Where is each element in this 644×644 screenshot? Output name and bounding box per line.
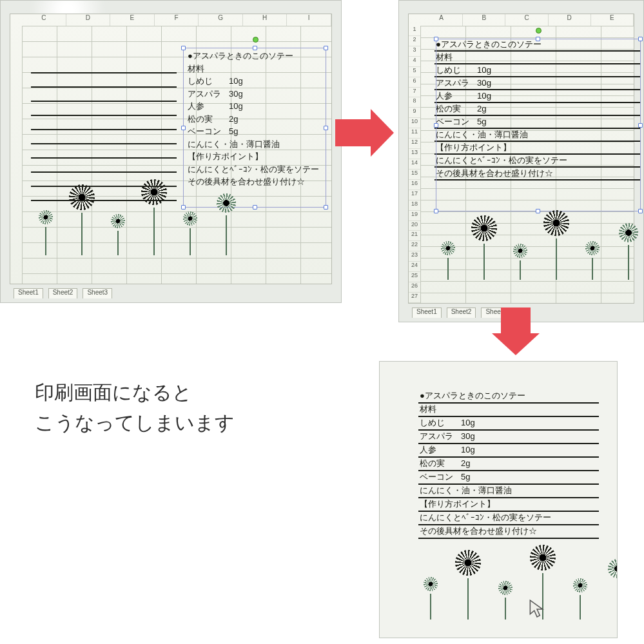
section-ingredients: 材料 [188,63,322,75]
column-headers: A B C D E [420,14,634,26]
sheet-tabs[interactable]: Sheet1 Sheet2 Sheet3 [412,307,511,318]
arrow-down-icon [501,307,531,333]
section-method: 【作り方ポイント】 [188,150,322,163]
section-ingredients: 材料 [418,404,599,417]
recipe-title: ●アスパラときのこのソテー [418,390,599,404]
recipe-textbox-selection[interactable] [436,39,641,211]
column-headers: C D E F G H I [22,14,331,26]
ingredient-row: しめじ10g [188,75,322,88]
method-step: にんにくとﾍﾞｰｺﾝ・松の実をソテー [188,163,322,176]
resize-handle[interactable] [434,123,438,128]
resize-handle[interactable] [324,46,328,50]
sheet-tab[interactable]: Sheet1 [412,307,442,318]
ingredient-row: 人参10g [418,444,599,458]
explanation-caption: 印刷画面になると こうなってしまいます [35,378,235,438]
resize-handle[interactable] [638,123,643,128]
resize-handle[interactable] [253,46,257,50]
section-method: 【作り方ポイント】 [418,498,599,512]
caption-line: こうなってしまいます [35,408,235,438]
sheet-tab[interactable]: Sheet2 [48,288,78,298]
method-step: にんにくとﾍﾞｰｺﾝ・松の実をソテー [418,512,599,525]
ingredient-row: ベーコン5g [418,471,599,485]
caption-line: 印刷画面になると [35,378,235,408]
flower-art [437,209,639,280]
sheet-tab[interactable]: Sheet3 [83,288,112,298]
ingredient-row: ベーコン5g [188,125,322,138]
screenshot-edit-after: A B C D E 123456789101112131415161718192… [398,0,644,322]
recipe-printed: ●アスパラときのこのソテー 材料 しめじ10g アスパラ30g 人参10g 松の… [418,390,599,539]
recipe-title: ●アスパラときのこのソテー [188,50,322,63]
resize-handle[interactable] [638,37,643,41]
cursor-icon [528,599,545,618]
resize-handle[interactable] [536,37,540,41]
resize-handle[interactable] [253,205,257,210]
resize-handle[interactable] [181,126,186,130]
resize-handle[interactable] [434,37,438,41]
row-headers: 1234567891011121314151617181920212223242… [409,26,420,303]
ingredient-row: 松の実2g [418,458,599,471]
resize-handle[interactable] [181,46,186,50]
resize-handle[interactable] [324,205,328,210]
rotate-handle-icon[interactable] [536,28,542,34]
ingredient-row: 松の実2g [188,113,322,126]
sheet-tab[interactable]: Sheet2 [447,307,476,318]
seasoning-line: にんにく・油・薄口醤油 [418,485,599,498]
flower-art [420,542,618,620]
flower-art [35,178,237,255]
sheet-tabs[interactable]: Sheet1 Sheet2 Sheet3 [14,288,112,298]
ingredient-row: アスパラ30g [188,88,322,101]
spreadsheet-viewport: A B C D E 123456789101112131415161718192… [408,14,634,304]
arrow-right-icon [335,119,371,146]
ingredient-row: 人参10g [188,100,322,113]
screenshot-print-preview: ●アスパラときのこのソテー 材料 しめじ10g アスパラ30g 人参10g 松の… [379,361,618,638]
ingredient-row: アスパラ30g [418,431,599,444]
seasoning-line: にんにく・油・薄口醤油 [188,138,322,151]
sheet-tab[interactable]: Sheet1 [14,288,43,298]
ingredient-row: しめじ10g [418,417,599,431]
rotate-handle-icon[interactable] [253,37,259,43]
spreadsheet-viewport: C D E F G H I ●アスパラときのこのソテー 材料 しめじ10g アス… [10,14,332,284]
screenshot-edit-before: C D E F G H I ●アスパラときのこのソテー 材料 しめじ10g アス… [0,0,342,303]
method-step: その後具材を合わせ盛り付け☆ [418,525,599,539]
resize-handle[interactable] [324,126,328,130]
